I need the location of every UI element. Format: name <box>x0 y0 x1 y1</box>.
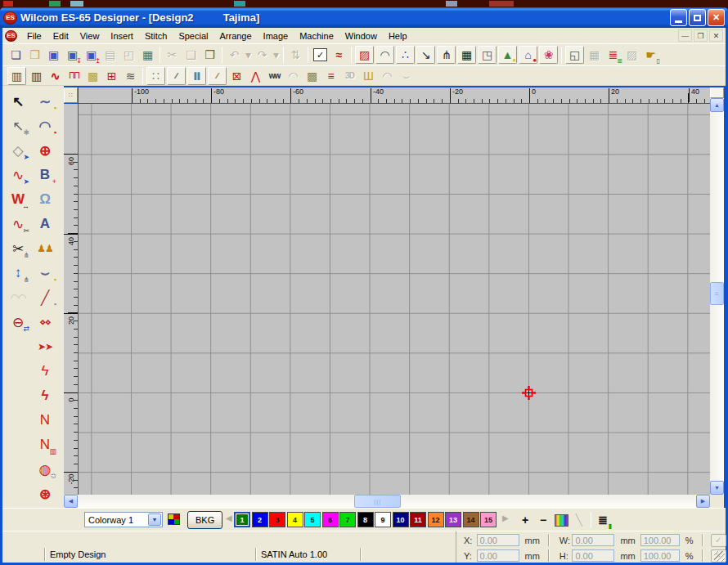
show-picture-icon[interactable]: ▲● <box>498 46 517 64</box>
show-points-icon[interactable]: ∴ <box>396 46 415 64</box>
zigzag-stitch-icon[interactable]: ∿ <box>46 67 65 85</box>
remove-stitch-tool[interactable]: ∿✂ <box>6 212 30 236</box>
zigzag-underlay-icon[interactable]: ∥∥ <box>187 67 206 85</box>
arrow-run-tool[interactable]: ➤➤ <box>33 334 57 359</box>
maximize-button[interactable] <box>689 9 706 26</box>
fancy-fill-icon[interactable]: Ш <box>359 67 378 85</box>
color-swatch-1[interactable]: 1 <box>234 512 250 527</box>
vertical-scrollbar[interactable]: ▲ ≡ ▼ <box>710 87 724 495</box>
contour-fill-icon[interactable]: ≡ <box>321 67 340 85</box>
horizontal-scrollbar[interactable]: ◀ ||| ▶ <box>64 495 710 508</box>
colorway-select[interactable]: Colorway 1 ▼ <box>84 512 163 527</box>
menu-window[interactable]: Window <box>339 29 383 43</box>
color-swatch-3[interactable]: 3 <box>269 512 285 527</box>
thread-colors-icon[interactable]: ≈ <box>330 46 348 64</box>
stitch-width-tool[interactable]: W↔ <box>6 187 30 212</box>
mirror-ellipse-tool[interactable]: ⊖⇄ <box>6 310 30 334</box>
close-button[interactable]: ✕ <box>708 9 725 26</box>
column-b-tool[interactable]: N▥ <box>33 433 57 457</box>
color-swatch-11[interactable]: 11 <box>410 512 426 527</box>
menu-stitch[interactable]: Stitch <box>139 29 173 43</box>
edge-walk-underlay-icon[interactable]: ∕∕ <box>167 67 186 85</box>
digitize-curve-tool[interactable]: ∼▪ <box>33 89 57 114</box>
color-swatch-13[interactable]: 13 <box>445 512 461 527</box>
ruler-corner-button[interactable]: ∷ <box>64 87 78 103</box>
palette-next-arrow[interactable]: ▶ <box>502 513 509 522</box>
save-to-machine-icon[interactable]: ▣↧ <box>63 46 82 64</box>
lettering-tool[interactable]: A <box>33 212 57 236</box>
show-grid-icon[interactable]: ▦ <box>457 46 476 64</box>
satin-stitch-icon[interactable]: ▥ <box>7 67 26 85</box>
menu-insert[interactable]: Insert <box>105 29 139 43</box>
stitch-manager-icon[interactable]: ▦ <box>138 46 157 64</box>
show-stitches-icon[interactable]: ▨ <box>355 46 374 64</box>
design-colors-icon[interactable]: ≣≣ <box>604 46 622 64</box>
scroll-down-button[interactable]: ▼ <box>710 481 724 495</box>
motif-fill-icon[interactable]: ∷ <box>146 67 165 85</box>
show-connectors-icon[interactable]: ↘ <box>416 46 435 64</box>
color-swatch-5[interactable]: 5 <box>304 512 321 527</box>
tatami-fill-icon[interactable]: ▩ <box>83 67 102 85</box>
background-color-button[interactable]: BKG <box>187 511 222 529</box>
stem-stitch-icon[interactable]: ww <box>265 67 284 85</box>
guided-curve-tool[interactable]: ⌣▪ <box>33 261 57 285</box>
paste-icon[interactable]: ❒ <box>200 46 219 64</box>
color-swatch-4[interactable]: 4 <box>287 512 303 527</box>
scroll-left-button[interactable]: ◀ <box>64 495 78 508</box>
mdi-restore-button[interactable]: ❐ <box>694 29 708 42</box>
menu-arrange[interactable]: Arrange <box>213 29 257 43</box>
resize-grip[interactable] <box>714 551 725 562</box>
tatami-underlay-icon[interactable]: ∕∕ <box>208 67 227 85</box>
mdi-minimize-button[interactable]: — <box>678 29 692 42</box>
vertical-scroll-thumb[interactable]: ≡ <box>710 282 724 305</box>
menu-image[interactable]: Image <box>258 29 294 43</box>
show-hoop-icon[interactable]: ◳ <box>478 46 497 64</box>
menu-edit[interactable]: Edit <box>47 29 74 43</box>
color-swatch-15[interactable]: 15 <box>480 512 497 527</box>
menu-file[interactable]: File <box>21 29 47 43</box>
scroll-right-button[interactable]: ▶ <box>696 495 710 508</box>
auto-start-end-icon[interactable]: ✓ <box>311 46 330 64</box>
color-swatch-9[interactable]: 9 <box>375 512 391 527</box>
chevron-down-icon[interactable]: ▼ <box>148 513 161 526</box>
open-icon[interactable]: ❒ <box>25 46 44 64</box>
palette-prev-arrow[interactable]: ◀ <box>226 513 232 522</box>
show-outlines-icon[interactable]: ◠ <box>375 46 394 64</box>
color-swatch-14[interactable]: 14 <box>463 512 479 527</box>
menu-view[interactable]: View <box>74 29 106 43</box>
travel-tool[interactable]: ↕⋔ <box>6 261 30 285</box>
program-split-icon[interactable]: ⊞ <box>102 67 121 85</box>
cycle-colors-button[interactable] <box>552 511 570 529</box>
show-bitmap-icon[interactable]: ❀ <box>539 46 558 64</box>
auto-fabric-icon[interactable]: ⊠ <box>227 67 246 85</box>
e-stitch-icon[interactable]: ΠΠ <box>65 67 83 85</box>
splitter-box[interactable] <box>710 87 724 98</box>
flexi-split-icon[interactable]: ≋ <box>121 67 140 85</box>
run-stitch-tool[interactable]: ╱▪ <box>33 285 57 310</box>
bolt-run-tool[interactable]: ϟ <box>33 383 57 408</box>
select-tool[interactable]: ↖ <box>6 89 30 114</box>
thread-chart-button[interactable]: ≣▮ <box>594 511 612 529</box>
object-properties-icon[interactable]: ☛▯ <box>641 46 660 64</box>
cut-tool[interactable]: ✂⋔ <box>6 236 30 261</box>
block-digitize-tool[interactable]: B+ <box>33 163 57 187</box>
remove-color-button[interactable]: − <box>534 511 552 529</box>
complex-fill-tool[interactable]: ◠▪ <box>33 114 57 138</box>
motif-run-tool[interactable]: ⋄⋄ <box>33 310 57 334</box>
applique-tool[interactable]: Ω <box>33 187 57 212</box>
stem-run-tool[interactable]: ϟ <box>33 359 57 383</box>
circle-star-tool[interactable]: ◍✩ <box>33 457 57 482</box>
satin-special-icon[interactable]: ▥ <box>27 67 46 85</box>
column-a-tool[interactable]: N <box>33 408 57 433</box>
auto-split-icon[interactable]: ⋀ <box>246 67 265 85</box>
mixing-palette-icon[interactable] <box>168 513 180 525</box>
color-swatch-2[interactable]: 2 <box>252 512 268 527</box>
new-icon[interactable]: ❏ <box>7 46 25 64</box>
minimize-button[interactable] <box>670 9 687 26</box>
mirror-merge-tool[interactable]: ⊕ <box>33 138 57 163</box>
scroll-up-button[interactable]: ▲ <box>710 98 724 112</box>
show-penetrations-icon[interactable]: ⋔ <box>437 46 456 64</box>
design-canvas[interactable] <box>79 104 710 495</box>
horizontal-scroll-thumb[interactable]: ||| <box>354 495 401 508</box>
menu-machine[interactable]: Machine <box>294 29 339 43</box>
